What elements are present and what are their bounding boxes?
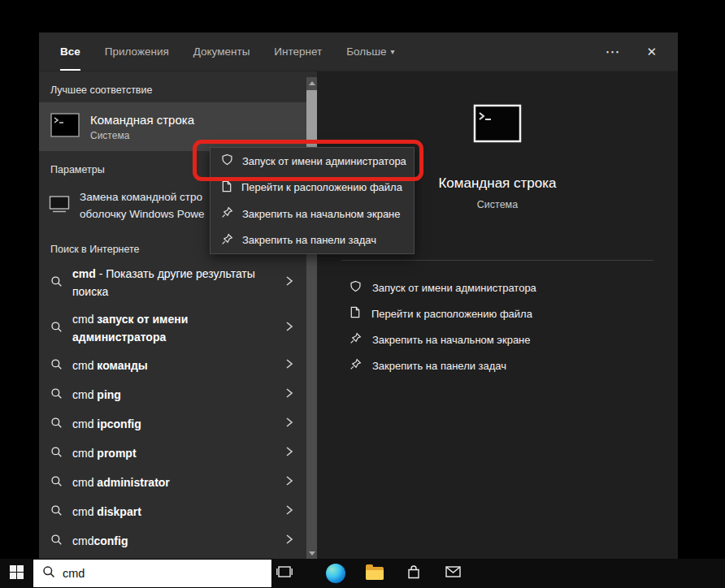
search-icon <box>50 417 63 432</box>
task-view-icon <box>276 565 293 582</box>
run-as-admin-icon <box>349 280 362 295</box>
best-match-title: Командная строка <box>90 113 194 127</box>
more-options-button[interactable]: ⋯ <box>605 45 620 59</box>
pin-icon <box>221 233 233 248</box>
chevron-right-icon <box>285 446 293 460</box>
pin-icon <box>349 332 362 347</box>
action-run-as-admin[interactable]: Запуск от имени администратора <box>317 275 678 300</box>
tab-all[interactable]: Все <box>60 32 80 71</box>
run-as-admin-icon <box>221 153 233 168</box>
chevron-right-icon <box>285 534 293 548</box>
pin-icon <box>349 358 362 373</box>
tab-all-label: Все <box>60 45 80 58</box>
action-pin-to-start[interactable]: Закрепить на начальном экране <box>317 326 678 352</box>
windows-start-icon <box>10 565 24 582</box>
web-suggestion-row[interactable]: cmd команды <box>39 351 306 380</box>
web-suggestions-list: cmd - Показать другие результаты поиска … <box>39 260 317 556</box>
preview-actions: Запуск от имени администратора Перейти к… <box>317 275 678 378</box>
edge-icon <box>326 564 345 583</box>
search-flyout: Все Приложения Документы Интернет Больше… <box>39 32 678 559</box>
web-suggestion-row[interactable]: cmd prompt <box>39 439 306 468</box>
completion-text: config <box>93 534 128 547</box>
action-open-file-location[interactable]: Перейти к расположению файла <box>317 300 678 326</box>
mail-button[interactable] <box>441 559 465 588</box>
scrollbar-down-icon[interactable] <box>306 547 317 559</box>
scrollbar-up-icon[interactable] <box>306 77 317 89</box>
settings-result-line2: оболочку Windows Powe <box>80 205 205 223</box>
completion-text: команды <box>93 359 147 372</box>
screen: Все Приложения Документы Интернет Больше… <box>0 0 725 588</box>
divider <box>341 260 653 261</box>
taskbar-search-input[interactable]: cmd <box>33 559 272 588</box>
tab-more-label: Больше <box>346 45 386 58</box>
terminal-icon-large <box>473 104 522 146</box>
preview-subtitle: Система <box>477 199 518 210</box>
chevron-right-icon <box>285 387 293 402</box>
web-suggestion-row[interactable]: cmdconfig <box>39 526 306 556</box>
context-item-label: Запуск от имени администратора <box>242 155 406 167</box>
edge-browser-button[interactable] <box>323 559 348 588</box>
context-menu: Запуск от имени администратора Перейти к… <box>210 147 415 254</box>
web-suggestion-row[interactable]: cmd administrator <box>39 468 306 497</box>
start-button[interactable] <box>0 559 33 588</box>
filter-tabs-bar: Все Приложения Документы Интернет Больше… <box>39 32 678 71</box>
pin-icon <box>221 206 233 221</box>
mail-icon <box>445 566 461 581</box>
context-pin-to-start[interactable]: Закрепить на начальном экране <box>211 201 414 227</box>
console-window-icon <box>49 195 70 216</box>
file-location-icon <box>349 306 361 321</box>
tab-apps[interactable]: Приложения <box>105 32 169 71</box>
chevron-down-icon: ▾ <box>391 47 395 56</box>
action-label: Запуск от имени администратора <box>372 282 536 294</box>
web-suggestion-row[interactable]: cmd ipconfig <box>39 409 306 439</box>
web-suggestion-row[interactable]: cmd запуск от имени администратора <box>39 305 306 351</box>
web-suggestion-row[interactable]: cmd - Показать другие результаты поиска <box>39 260 306 305</box>
best-match-subtitle: Система <box>90 130 194 141</box>
completion-text: ping <box>93 388 120 401</box>
context-run-as-admin[interactable]: Запуск от имени администратора <box>211 148 414 175</box>
query-text: cmd <box>72 388 93 401</box>
tab-web[interactable]: Интернет <box>274 32 322 71</box>
file-location-icon <box>221 180 232 195</box>
query-text: cmd <box>72 476 93 489</box>
store-button[interactable] <box>402 559 426 588</box>
best-match-result[interactable]: Командная строка Система <box>39 102 306 151</box>
search-icon <box>50 504 63 520</box>
context-item-label: Закрепить на начальном экране <box>242 208 401 220</box>
tab-documents-label: Документы <box>193 45 250 58</box>
completion-text: diskpart <box>93 505 141 518</box>
action-label: Перейти к расположению файла <box>371 308 532 320</box>
settings-result-line1: Замена командной стро <box>80 188 205 205</box>
close-button[interactable]: ✕ <box>646 45 657 58</box>
preview-pane: Командная строка Система Запуск от имени… <box>317 71 678 559</box>
chevron-right-icon <box>285 417 293 431</box>
chevron-right-icon <box>285 475 293 490</box>
context-pin-to-taskbar[interactable]: Закрепить на панели задач <box>211 227 414 254</box>
context-open-file-location[interactable]: Перейти к расположению файла <box>211 175 414 201</box>
action-pin-to-taskbar[interactable]: Закрепить на панели задач <box>317 352 678 378</box>
chevron-right-icon <box>285 321 293 335</box>
search-icon <box>50 446 63 461</box>
query-text: cmd <box>72 417 93 430</box>
completion-text: administrator <box>93 476 169 489</box>
tab-apps-label: Приложения <box>105 45 169 58</box>
tab-more[interactable]: Больше ▾ <box>346 32 394 71</box>
web-suggestion-row[interactable]: cmd ping <box>39 380 306 409</box>
chevron-right-icon <box>285 358 293 373</box>
query-text: cmd <box>72 267 96 280</box>
query-text: cmd <box>72 447 93 460</box>
query-text: cmd <box>72 359 93 372</box>
search-icon <box>42 565 55 582</box>
store-icon <box>406 565 421 582</box>
search-icon <box>50 321 63 336</box>
search-input-value: cmd <box>63 567 85 580</box>
context-item-label: Закрепить на панели задач <box>242 234 376 246</box>
web-suggestion-row[interactable]: cmd diskpart <box>39 497 306 526</box>
completion-text: prompt <box>93 447 136 460</box>
search-icon <box>50 275 63 291</box>
tab-documents[interactable]: Документы <box>193 32 250 71</box>
query-text: cmd <box>72 505 93 518</box>
tab-web-label: Интернет <box>274 45 322 58</box>
file-explorer-button[interactable] <box>362 559 387 588</box>
task-view-button[interactable] <box>272 559 297 588</box>
